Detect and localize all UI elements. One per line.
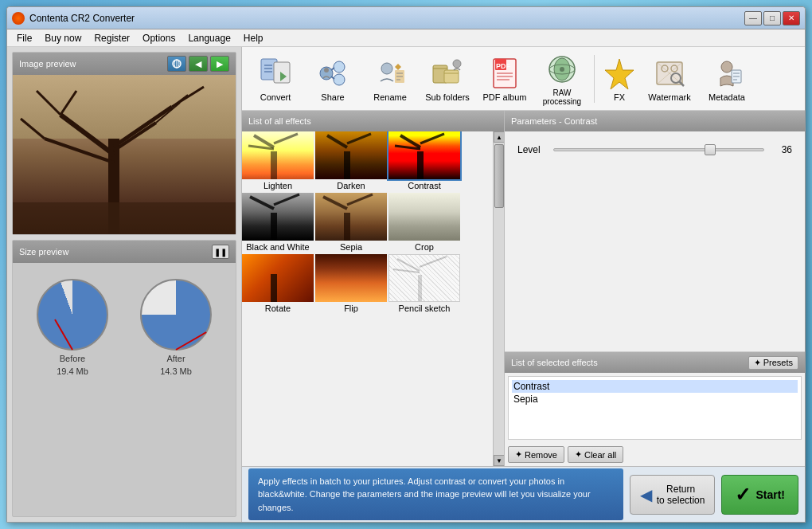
toolbar-rename[interactable]: Rename — [363, 51, 417, 107]
prev-image-button[interactable]: ◀ — [189, 56, 208, 72]
presets-icon: ✦ — [754, 358, 761, 368]
toolbar-watermark[interactable]: Watermark — [642, 51, 697, 107]
effect-darken[interactable]: Darken — [315, 131, 387, 191]
rawprocessing-label: RAWprocessing — [543, 88, 581, 106]
maximize-button[interactable]: □ — [763, 11, 781, 25]
preview-controls: ◀ ▶ — [167, 56, 229, 72]
svg-rect-61 — [344, 151, 350, 179]
effect-pencilsketch[interactable]: Pencil sketch — [388, 254, 460, 314]
pie-after-needle — [176, 331, 207, 351]
level-label: Level — [517, 144, 545, 155]
selected-effect-sepia[interactable]: Sepia — [512, 393, 798, 406]
menu-register[interactable]: Register — [88, 31, 136, 45]
slider-thumb[interactable] — [705, 144, 716, 155]
pause-button[interactable]: ❚❚ — [212, 245, 229, 259]
menu-options[interactable]: Options — [136, 31, 182, 45]
svg-rect-74 — [271, 274, 277, 302]
remove-button[interactable]: ✦ Remove — [508, 446, 564, 463]
clear-icon: ✦ — [575, 449, 582, 460]
parameters-title: Parameters - Contrast — [511, 116, 597, 126]
toolbar-subfolders[interactable]: Sub folders — [420, 51, 474, 107]
bottom-bar: Apply effects in batch to your pictures.… — [242, 466, 805, 522]
subfolders-icon — [430, 56, 465, 91]
toolbar: Convert — [242, 47, 805, 111]
effect-lighten-label: Lighten — [264, 181, 292, 190]
svg-line-76 — [397, 259, 420, 271]
svg-point-43 — [560, 67, 564, 72]
svg-line-7 — [114, 123, 156, 151]
size-preview-section: Size preview ❚❚ Before 19.4 Mb — [12, 240, 236, 517]
titlebar: Contenta CR2 Converter — □ ✕ — [7, 7, 805, 29]
svg-line-65 — [400, 135, 420, 147]
menu-buynow[interactable]: Buy now — [38, 31, 88, 45]
rawprocessing-icon — [545, 52, 580, 87]
presets-label: Presets — [763, 358, 793, 367]
menu-help[interactable]: Help — [237, 31, 270, 45]
tree-svg — [13, 75, 236, 234]
after-pie-chart — [140, 279, 212, 351]
rename-icon — [373, 56, 408, 91]
help-text: Apply effects in batch to your pictures.… — [248, 468, 623, 521]
toolbar-pdfalbum[interactable]: PDF PDF album — [478, 51, 532, 107]
effect-blackwhite[interactable]: Black and White — [242, 193, 314, 253]
menu-language[interactable]: Language — [182, 31, 236, 45]
toolbar-convert[interactable]: Convert — [248, 51, 303, 107]
selected-effects-actions: ✦ Remove ✦ Clear all — [505, 443, 805, 466]
effect-flip-img — [315, 254, 387, 302]
return-to-selection-button[interactable]: ◀ Returnto selection — [630, 475, 716, 515]
effect-sepia-img — [315, 193, 387, 241]
menu-file[interactable]: File — [10, 31, 38, 45]
effects-title: List of all effects — [248, 116, 311, 126]
toolbar-metadata[interactable]: Metadata — [700, 51, 754, 107]
return-arrow-icon: ◀ — [640, 485, 652, 504]
effect-lighten-img — [242, 131, 314, 179]
svg-line-58 — [254, 135, 274, 147]
scrollbar-down-button[interactable]: ▼ — [494, 455, 504, 466]
effect-lighten[interactable]: Lighten — [242, 131, 314, 191]
effects-scroll-area[interactable]: Lighten — [242, 131, 493, 466]
start-button[interactable]: ✓ Start! — [721, 475, 798, 515]
svg-rect-75 — [418, 275, 422, 302]
selected-effects-area: List of selected effects ✦ Presets Contr… — [505, 351, 805, 466]
scrollbar-up-button[interactable]: ▲ — [494, 131, 504, 143]
preview-mode-button[interactable] — [167, 56, 186, 72]
image-preview-section: Image preview ◀ — [12, 52, 236, 235]
toolbar-fx[interactable]: FX — [599, 51, 639, 107]
svg-point-26 — [381, 63, 392, 74]
effects-area: List of all effects — [242, 111, 805, 466]
selected-effect-contrast[interactable]: Contrast — [512, 380, 798, 393]
clear-all-button[interactable]: ✦ Clear all — [568, 446, 623, 463]
parameters-header: Parameters - Contrast — [505, 111, 805, 131]
remove-label: Remove — [525, 450, 557, 460]
scrollbar-thumb[interactable] — [494, 144, 504, 208]
app-icon — [12, 12, 25, 25]
minimize-button[interactable]: — — [744, 11, 762, 25]
effect-blackwhite-label: Black and White — [246, 242, 309, 252]
left-panel: Image preview ◀ — [7, 47, 242, 522]
effect-flip[interactable]: Flip — [315, 254, 387, 314]
return-label: Returnto selection — [657, 484, 705, 506]
fx-icon — [602, 56, 637, 91]
toolbar-rawprocessing[interactable]: RAWprocessing — [535, 51, 589, 107]
presets-button[interactable]: ✦ Presets — [748, 356, 798, 370]
svg-rect-57 — [271, 151, 277, 179]
toolbar-share[interactable]: Share — [306, 51, 360, 107]
effect-contrast[interactable]: Contrast — [388, 131, 460, 191]
effect-crop-img — [388, 193, 460, 241]
svg-line-62 — [327, 135, 347, 147]
close-button[interactable]: ✕ — [783, 11, 800, 25]
effects-scrollbar: ▲ ▼ — [493, 131, 504, 466]
effect-crop-label: Crop — [415, 242, 434, 252]
effect-crop[interactable]: Crop — [388, 193, 460, 253]
level-slider[interactable] — [553, 148, 764, 151]
effect-sepia[interactable]: Sepia — [315, 193, 387, 253]
size-charts: Before 19.4 Mb After 14.3 Mb — [13, 263, 236, 382]
share-icon — [315, 56, 350, 91]
next-image-button[interactable]: ▶ — [210, 56, 229, 72]
pie-before-needle — [54, 319, 73, 350]
image-preview-header: Image preview ◀ — [13, 53, 236, 75]
svg-rect-64 — [417, 151, 424, 179]
svg-line-72 — [323, 197, 347, 209]
preview-image — [13, 75, 236, 234]
effect-rotate[interactable]: Rotate — [242, 254, 314, 314]
